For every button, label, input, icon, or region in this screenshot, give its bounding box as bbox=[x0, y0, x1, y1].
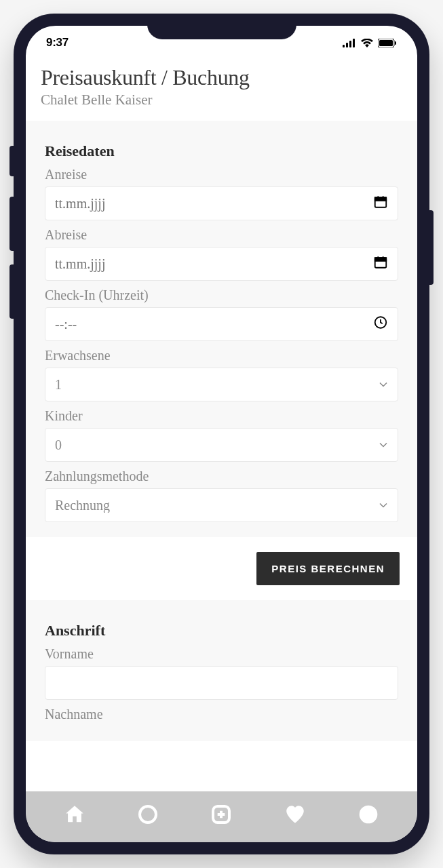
page-subtitle: Chalet Belle Kaiser bbox=[41, 92, 402, 108]
status-time: 9:37 bbox=[46, 36, 69, 50]
page-header: Preisauskunft / Buchung Chalet Belle Kai… bbox=[26, 60, 417, 121]
phone-side-button bbox=[9, 197, 14, 251]
bottom-nav bbox=[26, 791, 417, 842]
departure-field[interactable] bbox=[55, 248, 365, 280]
phone-frame: 9:37 Preisauskunft / Buchung Chalet Bell… bbox=[14, 14, 429, 854]
heart-icon bbox=[284, 803, 307, 826]
address-section: Anschrift Vorname Nachname bbox=[26, 600, 417, 741]
payment-field[interactable]: Rechnung bbox=[55, 489, 365, 521]
travel-section: Reisedaten Anreise Abreise Check-In (Uhr… bbox=[26, 121, 417, 537]
adults-field[interactable]: 1 bbox=[55, 368, 365, 401]
chevron-down-icon bbox=[379, 498, 388, 513]
svg-rect-7 bbox=[375, 197, 387, 208]
svg-rect-8 bbox=[375, 197, 387, 201]
action-bar: PREIS BERECHNEN bbox=[26, 537, 417, 600]
firstname-field[interactable] bbox=[55, 667, 365, 699]
content-scroll[interactable]: Preisauskunft / Buchung Chalet Belle Kai… bbox=[26, 60, 417, 791]
svg-point-12 bbox=[140, 806, 156, 823]
nav-home[interactable] bbox=[61, 801, 88, 828]
departure-label: Abreise bbox=[45, 227, 398, 243]
calendar-icon bbox=[373, 255, 388, 273]
calendar-icon bbox=[373, 195, 388, 213]
circle-filled-icon bbox=[358, 804, 379, 825]
wifi-icon bbox=[361, 39, 373, 47]
phone-side-button bbox=[429, 210, 434, 285]
chevron-down-icon bbox=[379, 377, 388, 393]
svg-rect-5 bbox=[379, 40, 393, 46]
nav-add[interactable] bbox=[208, 801, 235, 828]
battery-icon bbox=[378, 39, 397, 47]
clock-icon bbox=[373, 315, 388, 334]
children-select[interactable]: 0 bbox=[45, 428, 398, 462]
status-icons bbox=[343, 39, 397, 47]
svg-rect-6 bbox=[395, 41, 396, 45]
phone-side-button bbox=[9, 146, 14, 176]
arrival-input[interactable] bbox=[45, 186, 398, 220]
svg-rect-10 bbox=[375, 258, 387, 261]
phone-notch bbox=[147, 14, 296, 39]
phone-side-button bbox=[9, 264, 14, 319]
nav-search[interactable] bbox=[134, 801, 161, 828]
payment-select[interactable]: Rechnung bbox=[45, 488, 398, 522]
children-label: Kinder bbox=[45, 408, 398, 424]
calculate-price-button[interactable]: PREIS BERECHNEN bbox=[256, 552, 400, 585]
svg-rect-3 bbox=[353, 39, 355, 47]
firstname-label: Vorname bbox=[45, 646, 398, 662]
signal-icon bbox=[343, 39, 356, 47]
circle-outline-icon bbox=[137, 804, 159, 825]
svg-rect-0 bbox=[343, 45, 345, 47]
checkin-input[interactable] bbox=[45, 307, 398, 341]
nav-favorites[interactable] bbox=[282, 801, 309, 828]
arrival-label: Anreise bbox=[45, 167, 398, 182]
svg-rect-2 bbox=[349, 41, 351, 47]
section-heading-travel: Reisedaten bbox=[45, 142, 398, 160]
section-heading-address: Anschrift bbox=[45, 622, 398, 639]
nav-profile[interactable] bbox=[355, 801, 382, 828]
departure-input[interactable] bbox=[45, 247, 398, 281]
lastname-label: Nachname bbox=[45, 707, 398, 722]
adults-select[interactable]: 1 bbox=[45, 368, 398, 401]
svg-rect-9 bbox=[375, 258, 387, 268]
plus-square-icon bbox=[210, 804, 232, 825]
chevron-down-icon bbox=[379, 437, 388, 453]
firstname-input[interactable] bbox=[45, 666, 398, 700]
checkin-field[interactable] bbox=[55, 308, 365, 340]
phone-screen: 9:37 Preisauskunft / Buchung Chalet Bell… bbox=[26, 26, 417, 842]
home-icon bbox=[63, 803, 86, 826]
page-title: Preisauskunft / Buchung bbox=[41, 65, 402, 90]
checkin-label: Check-In (Uhrzeit) bbox=[45, 288, 398, 303]
children-field[interactable]: 0 bbox=[55, 429, 365, 461]
svg-rect-1 bbox=[346, 43, 348, 47]
payment-label: Zahnlungsmethode bbox=[45, 469, 398, 484]
svg-point-14 bbox=[360, 805, 378, 823]
adults-label: Erwachsene bbox=[45, 348, 398, 363]
svg-point-11 bbox=[375, 317, 387, 328]
arrival-field[interactable] bbox=[55, 187, 365, 220]
